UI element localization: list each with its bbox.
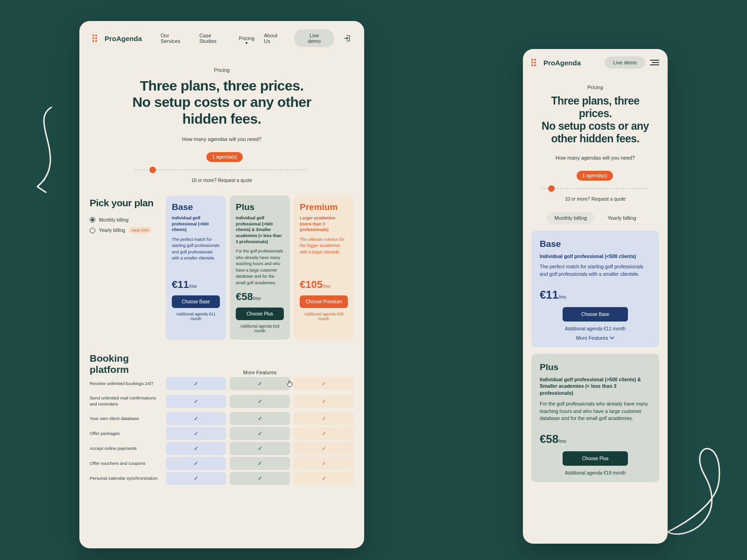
check-icon: ✓ [166,442,226,455]
hamburger-icon[interactable] [650,60,659,65]
billing-tabs: Monthly billing Yearly billing [523,212,668,224]
nav-our-services[interactable]: Our Services [161,33,190,44]
nav-about-us[interactable]: About Us [264,33,285,44]
feature-row: Send unlimited mail confirmations and re… [90,392,354,410]
check-icon: ✓ [230,412,290,425]
agendas-question: How many agendas will you need? [107,136,336,142]
plan-card-base: Base Individual golf professional (<500 … [166,196,226,340]
feature-label: Your own client database [90,413,162,425]
check-icon: ✓ [230,442,290,455]
plan-audience: Individual golf professional (>500 clien… [540,376,651,397]
plan-audience: Individual golf professional (<500 clien… [540,253,651,260]
mobile-nav: ProAgenda Live demo [523,49,668,76]
plan-name: Base [172,202,220,212]
request-quote-link[interactable]: 10 or more? Request a quote [565,196,626,202]
choose-plus-button[interactable]: Choose Plus [563,451,628,466]
live-demo-button[interactable]: Live demo [294,29,334,47]
check-icon: ✓ [166,377,226,390]
feature-label: Offer packages [90,427,162,440]
slider-tooltip: 1 agenda(s) [577,171,613,181]
eyebrow: Pricing [534,84,656,90]
plan-desc: The ultimate solution for the bigger aca… [300,237,348,274]
plan-name: Plus [540,362,651,372]
live-demo-button[interactable]: Live demo [605,56,645,69]
check-icon: ✓ [166,472,226,485]
plan-audience: Individual golf professional (>500 clien… [236,215,284,245]
slider-knob[interactable] [548,185,555,192]
feature-label: Accept online payments [90,442,162,455]
logo[interactable]: ProAgenda [531,59,581,67]
nav-case-studies[interactable]: Case Studies [199,33,230,44]
eyebrow: Pricing [107,67,336,73]
save-badge: Save 15% [129,227,151,233]
cursor-hand-icon [286,379,294,388]
feature-label: Send unlimited mail confirmations and re… [90,392,162,410]
mobile-frame: ProAgenda Live demo Pricing Three plans,… [523,49,668,544]
feature-row: Your own client database✓✓✓ [90,412,354,425]
yearly-billing-radio[interactable]: Yearly billingSave 15% [90,227,162,233]
agenda-slider[interactable]: 1 agenda(s) [542,171,649,192]
more-features-toggle[interactable]: More Features [540,335,651,341]
radio-off-icon [90,228,95,233]
nav-pricing[interactable]: Pricing [239,35,255,41]
check-icon: ✓ [166,427,226,440]
tab-monthly-billing[interactable]: Monthly billing [547,212,594,224]
plan-price: €58/mo [236,291,284,303]
request-quote-link[interactable]: 10 or more? Request a quote [191,178,252,183]
plan-audience: Individual golf professional (<500 clien… [172,215,220,233]
feature-label: Personal calendar synchronization [90,472,162,484]
page-title: Three plans, three prices.No setup costs… [534,95,656,146]
check-icon: ✓ [294,442,354,455]
plan-price: €105/mo [300,279,348,291]
hero: Pricing Three plans, three prices.No set… [523,76,668,203]
desktop-nav: ProAgenda Our Services Case Studies Pric… [79,21,364,56]
plan-additional: Additional agenda €11 month [172,312,220,321]
plan-price: €11/mo [172,279,220,291]
check-icon: ✓ [166,412,226,425]
check-icon: ✓ [294,472,354,485]
check-icon: ✓ [166,457,226,470]
logo[interactable]: ProAgenda [92,35,142,42]
choose-premium-button[interactable]: Choose Premium [300,295,348,308]
choose-base-button[interactable]: Choose Base [563,307,628,322]
plan-audience: Larger academies (more than 3 profession… [300,215,348,233]
plan-card-base: Base Individual golf professional (<500 … [531,231,659,347]
plan-card-premium: Premium Larger academies (more than 3 pr… [294,196,354,340]
plan-additional: Additional agenda €18 month [540,470,651,476]
slider-knob[interactable] [149,167,156,173]
plan-name: Plus [236,202,284,212]
decorative-loop [658,420,733,541]
feature-row: Offer vouchers and coupons✓✓✓ [90,457,354,470]
feature-comparison: Booking platform More Features Receive u… [79,353,364,485]
plan-card-plus: Plus Individual golf professional (>500 … [531,354,659,482]
tab-yearly-billing[interactable]: Yearly billing [600,212,643,224]
check-icon: ✓ [230,472,290,485]
booking-platform-title: Booking platform [90,353,162,375]
logo-icon [531,59,540,66]
login-icon[interactable] [344,35,351,42]
feature-row: Accept online payments✓✓✓ [90,442,354,455]
page-title: Three plans, three prices.No setup costs… [107,77,336,127]
check-icon: ✓ [294,427,354,440]
more-features-label: More Features [166,370,354,375]
brand-name: ProAgenda [543,59,581,67]
plan-card-plus: Plus Individual golf professional (>500 … [230,196,290,340]
feature-row: Receive unlimited bookings 24/7✓✓✓ [90,377,354,390]
decorative-arrow [19,103,75,205]
agenda-slider[interactable]: 1 agenda(s) [135,152,308,173]
check-icon: ✓ [166,395,226,408]
choose-base-button[interactable]: Choose Base [172,295,220,308]
monthly-billing-radio[interactable]: Monthly billing [90,217,162,223]
plan-desc: The perfect match for starting golf prof… [540,263,651,278]
plan-grid: Pick your plan Monthly billing Yearly bi… [79,184,364,340]
plan-price: €11/mo [540,288,651,301]
choose-plus-button[interactable]: Choose Plus [236,308,284,320]
desktop-frame: ProAgenda Our Services Case Studies Pric… [79,21,364,548]
plan-desc: For the golf professionals who already h… [236,248,284,286]
check-icon: ✓ [294,457,354,470]
pick-plan-column: Pick your plan Monthly billing Yearly bi… [90,196,162,340]
check-icon: ✓ [294,412,354,425]
radio-on-icon [90,217,95,223]
plan-desc: For the golf professionals who already h… [540,400,651,422]
plan-name: Base [540,239,651,249]
